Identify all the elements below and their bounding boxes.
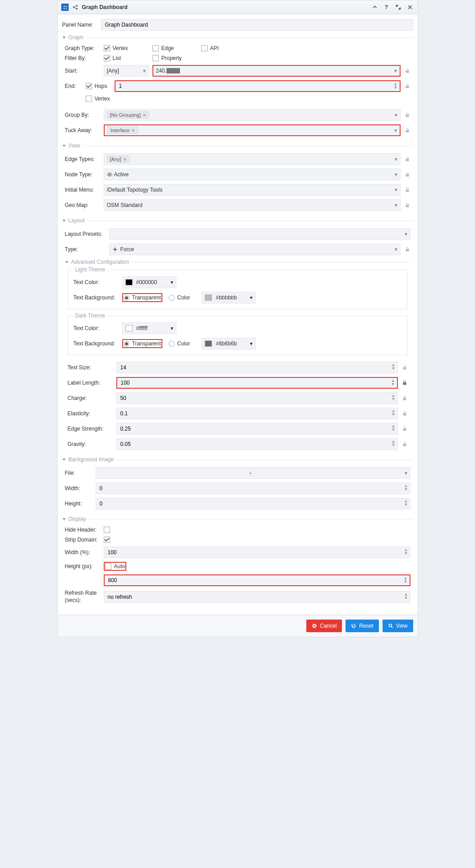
bg-file-label: File:: [65, 470, 92, 476]
edge-types-tag-remove-icon[interactable]: ✕: [123, 157, 127, 162]
vertex-checkbox[interactable]: [104, 45, 110, 51]
graph-dashboard-window: Graph Dashboard ? Panel Name: Graph Grap…: [57, 0, 418, 637]
layout-collapse-icon[interactable]: [62, 220, 66, 222]
width-pct-input[interactable]: ▲▼: [104, 547, 410, 558]
geo-map-lock-icon[interactable]: [404, 202, 410, 208]
edge-types-lock-icon[interactable]: [404, 156, 410, 162]
start-lock-icon[interactable]: [404, 68, 410, 74]
tuck-away-tag-remove-icon[interactable]: ✕: [131, 128, 135, 133]
charge-input[interactable]: ▲▼: [116, 392, 398, 404]
height-px-label: Height (px):: [65, 563, 100, 569]
elasticity-input[interactable]: ▲▼: [116, 408, 398, 419]
display-collapse-icon[interactable]: [62, 518, 66, 520]
bg-height-input[interactable]: ▲▼: [96, 498, 410, 510]
start-any-select[interactable]: [Any]▾: [104, 65, 149, 77]
text-size-label: Text Size:: [68, 364, 113, 371]
edge-checkbox[interactable]: [152, 45, 159, 51]
view-button[interactable]: View: [383, 620, 413, 632]
graph-fieldset: Graph Graph Type: Vertex Edge API Filter…: [62, 34, 413, 136]
label-length-input[interactable]: ▲▼: [116, 377, 398, 389]
light-theme-box: Light Theme Text Color: #000000 ▾: [68, 270, 408, 309]
label-length-lock-icon[interactable]: [401, 380, 408, 386]
expand-icon[interactable]: [394, 3, 402, 11]
elasticity-label: Elasticity:: [68, 410, 113, 417]
start-value-select[interactable]: 240. ▾: [152, 65, 401, 77]
reset-button[interactable]: Reset: [346, 620, 378, 632]
hops-spinner[interactable]: ▲▼: [394, 82, 398, 89]
svg-point-4: [114, 249, 115, 250]
initial-menu-lock-icon[interactable]: [404, 187, 410, 193]
charge-label: Charge:: [68, 395, 113, 401]
end-label: End:: [65, 83, 82, 89]
hops-input[interactable]: ▲▼: [115, 80, 401, 92]
light-bg-color-radio[interactable]: [169, 295, 175, 301]
layout-type-select[interactable]: Force▾: [109, 243, 401, 255]
strip-domain-checkbox[interactable]: [104, 537, 110, 543]
bg-file-select[interactable]: ＋ ▾: [96, 467, 410, 479]
hops-lock-icon[interactable]: [404, 83, 410, 89]
gravity-lock-icon[interactable]: [401, 441, 408, 447]
height-px-input[interactable]: ▲▼: [104, 574, 410, 586]
width-pct-label: Width (%):: [65, 549, 100, 556]
elasticity-lock-icon[interactable]: [401, 410, 408, 417]
text-size-lock-icon[interactable]: [401, 364, 408, 371]
geo-map-label: Geo Map:: [65, 202, 100, 208]
height-auto-checkbox[interactable]: [105, 563, 111, 569]
node-type-lock-icon[interactable]: [404, 171, 410, 178]
dark-bg-color-picker[interactable]: #6b6b6b ▾: [202, 338, 256, 349]
property-checkbox[interactable]: [152, 55, 159, 61]
light-text-bg-label: Text Background:: [74, 294, 119, 301]
dark-bg-color-swatch: [205, 340, 212, 347]
group-by-label: Group By:: [65, 112, 100, 118]
layout-presets-select[interactable]: ▾: [109, 228, 410, 240]
text-size-input[interactable]: ▲▼: [116, 362, 398, 373]
gravity-input[interactable]: ▲▼: [116, 438, 398, 450]
end-vertex-checkbox[interactable]: [86, 96, 92, 102]
hide-header-checkbox[interactable]: [104, 527, 110, 533]
refresh-input[interactable]: ▲▼: [104, 591, 410, 603]
initial-menu-select[interactable]: /Default Topology Tools▾: [104, 184, 401, 196]
refresh-label: Refresh Rate (secs):: [65, 590, 100, 604]
bg-file-caret-icon[interactable]: ▾: [405, 470, 407, 476]
group-by-lock-icon[interactable]: [404, 112, 410, 118]
panel-name-label: Panel Name:: [62, 22, 97, 28]
light-text-color-picker[interactable]: #000000 ▾: [122, 276, 176, 288]
group-by-select[interactable]: [No Grouping]✕ ▾: [104, 109, 401, 121]
api-checkbox[interactable]: [201, 45, 208, 51]
svg-point-0: [73, 6, 74, 8]
bg-width-input[interactable]: ▲▼: [96, 482, 410, 494]
cancel-button[interactable]: Cancel: [306, 620, 342, 632]
panel-name-input[interactable]: [101, 19, 413, 31]
node-type-select[interactable]: Active▾: [104, 169, 401, 180]
edge-strength-lock-icon[interactable]: [401, 426, 408, 432]
bg-file-add-icon[interactable]: ＋: [248, 469, 253, 477]
list-checkbox[interactable]: [104, 55, 110, 61]
light-bg-color-picker[interactable]: #bbbbbb ▾: [202, 292, 256, 303]
group-by-tag-remove-icon[interactable]: ✕: [143, 113, 146, 118]
light-bg-color-swatch: [205, 294, 212, 301]
help-icon[interactable]: ?: [383, 3, 391, 11]
dark-text-color-picker[interactable]: #ffffff ▾: [122, 322, 176, 334]
hops-checkbox[interactable]: [86, 83, 92, 89]
edge-strength-input[interactable]: ▲▼: [116, 423, 398, 435]
light-text-color-swatch: [125, 279, 133, 285]
graph-collapse-icon[interactable]: [62, 37, 66, 39]
bgimage-collapse-icon[interactable]: [62, 459, 66, 461]
close-icon[interactable]: [406, 3, 414, 11]
tuck-away-select[interactable]: Interface✕ ▾: [104, 124, 401, 136]
tuck-away-tag: Interface✕: [107, 127, 138, 134]
collapse-icon[interactable]: [371, 3, 379, 11]
dark-bg-color-radio[interactable]: [169, 341, 175, 347]
edge-strength-label: Edge Strength:: [68, 426, 113, 432]
adv-collapse-icon[interactable]: [65, 261, 69, 263]
bg-height-label: Height:: [65, 501, 92, 507]
view-collapse-icon[interactable]: [62, 145, 66, 147]
layout-type-lock-icon[interactable]: [404, 246, 410, 253]
edge-types-select[interactable]: [Any]✕ ▾: [104, 153, 401, 165]
charge-lock-icon[interactable]: [401, 395, 408, 401]
dark-bg-transparent-radio[interactable]: [124, 341, 129, 347]
tuck-away-lock-icon[interactable]: [404, 127, 410, 133]
start-label: Start:: [65, 68, 100, 74]
light-bg-transparent-radio[interactable]: [124, 295, 129, 301]
geo-map-select[interactable]: OSM Standard▾: [104, 199, 401, 211]
